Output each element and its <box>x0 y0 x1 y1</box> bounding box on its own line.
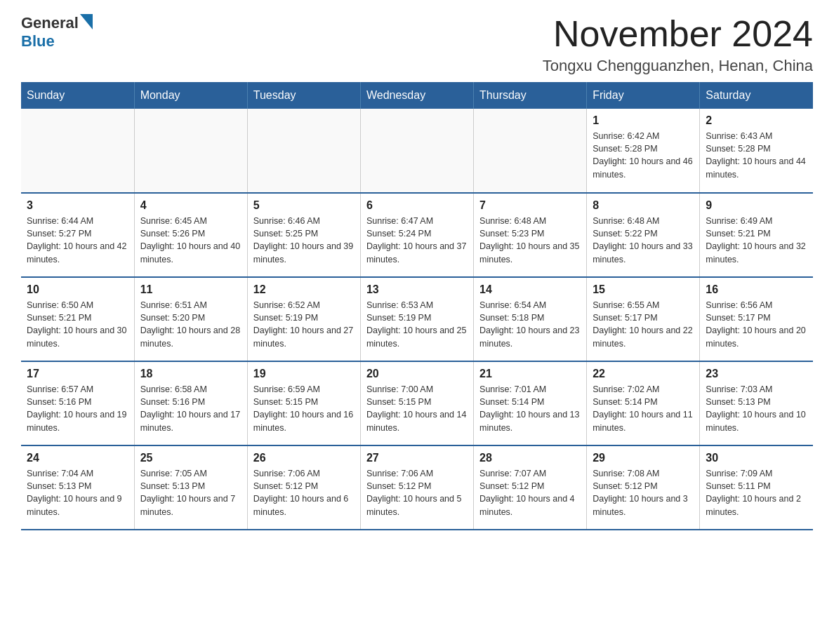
day-info: Sunrise: 6:42 AM Sunset: 5:28 PM Dayligh… <box>593 130 694 181</box>
week-row-1: 1Sunrise: 6:42 AM Sunset: 5:28 PM Daylig… <box>21 109 813 193</box>
calendar-cell: 24Sunrise: 7:04 AM Sunset: 5:13 PM Dayli… <box>21 445 134 530</box>
day-info: Sunrise: 6:46 AM Sunset: 5:25 PM Dayligh… <box>253 215 355 266</box>
day-number: 16 <box>706 283 807 296</box>
day-info: Sunrise: 6:45 AM Sunset: 5:26 PM Dayligh… <box>140 215 241 266</box>
weekday-header-row: SundayMondayTuesdayWednesdayThursdayFrid… <box>21 82 813 109</box>
day-number: 18 <box>140 368 241 380</box>
calendar-cell: 26Sunrise: 7:06 AM Sunset: 5:12 PM Dayli… <box>247 445 360 530</box>
day-number: 10 <box>27 283 128 296</box>
calendar-cell: 23Sunrise: 7:03 AM Sunset: 5:13 PM Dayli… <box>700 361 813 445</box>
day-number: 22 <box>593 368 694 380</box>
calendar-cell: 28Sunrise: 7:07 AM Sunset: 5:12 PM Dayli… <box>474 445 587 530</box>
day-info: Sunrise: 6:52 AM Sunset: 5:19 PM Dayligh… <box>253 299 355 350</box>
day-info: Sunrise: 6:48 AM Sunset: 5:23 PM Dayligh… <box>479 215 581 266</box>
title-block: November 2024 Tongxu Chengguanzhen, Hena… <box>543 14 813 75</box>
day-number: 4 <box>140 199 241 212</box>
calendar-cell: 21Sunrise: 7:01 AM Sunset: 5:14 PM Dayli… <box>474 361 587 445</box>
day-info: Sunrise: 7:04 AM Sunset: 5:13 PM Dayligh… <box>27 467 128 518</box>
day-number: 12 <box>253 283 355 296</box>
day-number: 5 <box>253 199 355 212</box>
day-number: 30 <box>706 452 807 464</box>
calendar-cell <box>134 109 247 193</box>
day-info: Sunrise: 6:50 AM Sunset: 5:21 PM Dayligh… <box>27 299 128 350</box>
page-header: General Blue November 2024 Tongxu Chengg… <box>21 14 813 75</box>
day-number: 15 <box>593 283 694 296</box>
calendar-cell: 30Sunrise: 7:09 AM Sunset: 5:11 PM Dayli… <box>700 445 813 530</box>
calendar-cell: 14Sunrise: 6:54 AM Sunset: 5:18 PM Dayli… <box>474 277 587 361</box>
calendar-cell: 22Sunrise: 7:02 AM Sunset: 5:14 PM Dayli… <box>587 361 700 445</box>
calendar-cell: 3Sunrise: 6:44 AM Sunset: 5:27 PM Daylig… <box>21 193 134 277</box>
calendar-cell: 15Sunrise: 6:55 AM Sunset: 5:17 PM Dayli… <box>587 277 700 361</box>
logo-general: General <box>21 14 79 32</box>
day-number: 7 <box>479 199 581 212</box>
calendar-cell: 17Sunrise: 6:57 AM Sunset: 5:16 PM Dayli… <box>21 361 134 445</box>
calendar-cell: 1Sunrise: 6:42 AM Sunset: 5:28 PM Daylig… <box>587 109 700 193</box>
calendar-cell: 19Sunrise: 6:59 AM Sunset: 5:15 PM Dayli… <box>247 361 360 445</box>
calendar-cell <box>247 109 360 193</box>
calendar-cell: 6Sunrise: 6:47 AM Sunset: 5:24 PM Daylig… <box>360 193 473 277</box>
week-row-5: 24Sunrise: 7:04 AM Sunset: 5:13 PM Dayli… <box>21 445 813 530</box>
day-info: Sunrise: 7:05 AM Sunset: 5:13 PM Dayligh… <box>140 467 241 518</box>
calendar-cell: 27Sunrise: 7:06 AM Sunset: 5:12 PM Dayli… <box>360 445 473 530</box>
calendar-cell: 2Sunrise: 6:43 AM Sunset: 5:28 PM Daylig… <box>700 109 813 193</box>
week-row-2: 3Sunrise: 6:44 AM Sunset: 5:27 PM Daylig… <box>21 193 813 277</box>
location-subtitle: Tongxu Chengguanzhen, Henan, China <box>543 57 813 75</box>
logo: General Blue <box>21 14 93 51</box>
day-number: 27 <box>366 452 468 464</box>
day-info: Sunrise: 6:54 AM Sunset: 5:18 PM Dayligh… <box>479 299 581 350</box>
day-info: Sunrise: 7:02 AM Sunset: 5:14 PM Dayligh… <box>593 383 694 434</box>
day-number: 21 <box>479 368 581 380</box>
day-number: 23 <box>706 368 807 380</box>
day-number: 11 <box>140 283 241 296</box>
calendar-cell: 12Sunrise: 6:52 AM Sunset: 5:19 PM Dayli… <box>247 277 360 361</box>
day-number: 2 <box>706 114 807 127</box>
day-info: Sunrise: 6:59 AM Sunset: 5:15 PM Dayligh… <box>253 383 355 434</box>
day-info: Sunrise: 7:03 AM Sunset: 5:13 PM Dayligh… <box>706 383 807 434</box>
calendar-cell: 11Sunrise: 6:51 AM Sunset: 5:20 PM Dayli… <box>134 277 247 361</box>
day-number: 26 <box>253 452 355 464</box>
calendar-cell: 13Sunrise: 6:53 AM Sunset: 5:19 PM Dayli… <box>360 277 473 361</box>
day-info: Sunrise: 6:57 AM Sunset: 5:16 PM Dayligh… <box>27 383 128 434</box>
day-info: Sunrise: 7:06 AM Sunset: 5:12 PM Dayligh… <box>366 467 468 518</box>
calendar-cell: 9Sunrise: 6:49 AM Sunset: 5:21 PM Daylig… <box>700 193 813 277</box>
logo-triangle-icon <box>80 14 93 29</box>
weekday-header-sunday: Sunday <box>21 82 134 109</box>
logo-blue: Blue <box>21 32 55 51</box>
day-number: 28 <box>479 452 581 464</box>
calendar-cell: 8Sunrise: 6:48 AM Sunset: 5:22 PM Daylig… <box>587 193 700 277</box>
week-row-4: 17Sunrise: 6:57 AM Sunset: 5:16 PM Dayli… <box>21 361 813 445</box>
weekday-header-monday: Monday <box>134 82 247 109</box>
day-info: Sunrise: 7:01 AM Sunset: 5:14 PM Dayligh… <box>479 383 581 434</box>
day-number: 9 <box>706 199 807 212</box>
calendar-cell: 20Sunrise: 7:00 AM Sunset: 5:15 PM Dayli… <box>360 361 473 445</box>
day-info: Sunrise: 6:56 AM Sunset: 5:17 PM Dayligh… <box>706 299 807 350</box>
calendar-cell: 16Sunrise: 6:56 AM Sunset: 5:17 PM Dayli… <box>700 277 813 361</box>
day-number: 20 <box>366 368 468 380</box>
day-info: Sunrise: 7:09 AM Sunset: 5:11 PM Dayligh… <box>706 467 807 518</box>
calendar-body: 1Sunrise: 6:42 AM Sunset: 5:28 PM Daylig… <box>21 109 813 530</box>
calendar-cell <box>21 109 134 193</box>
day-info: Sunrise: 7:06 AM Sunset: 5:12 PM Dayligh… <box>253 467 355 518</box>
calendar-cell: 25Sunrise: 7:05 AM Sunset: 5:13 PM Dayli… <box>134 445 247 530</box>
day-info: Sunrise: 6:48 AM Sunset: 5:22 PM Dayligh… <box>593 215 694 266</box>
day-info: Sunrise: 7:08 AM Sunset: 5:12 PM Dayligh… <box>593 467 694 518</box>
day-info: Sunrise: 6:49 AM Sunset: 5:21 PM Dayligh… <box>706 215 807 266</box>
day-number: 29 <box>593 452 694 464</box>
day-number: 24 <box>27 452 128 464</box>
day-number: 6 <box>366 199 468 212</box>
calendar-cell: 4Sunrise: 6:45 AM Sunset: 5:26 PM Daylig… <box>134 193 247 277</box>
day-number: 17 <box>27 368 128 380</box>
day-number: 1 <box>593 114 694 127</box>
weekday-header-thursday: Thursday <box>474 82 587 109</box>
calendar-cell <box>474 109 587 193</box>
day-info: Sunrise: 7:07 AM Sunset: 5:12 PM Dayligh… <box>479 467 581 518</box>
calendar-header: SundayMondayTuesdayWednesdayThursdayFrid… <box>21 82 813 109</box>
month-title: November 2024 <box>543 14 813 54</box>
day-number: 8 <box>593 199 694 212</box>
calendar-cell: 5Sunrise: 6:46 AM Sunset: 5:25 PM Daylig… <box>247 193 360 277</box>
day-info: Sunrise: 6:47 AM Sunset: 5:24 PM Dayligh… <box>366 215 468 266</box>
weekday-header-tuesday: Tuesday <box>247 82 360 109</box>
calendar-cell: 18Sunrise: 6:58 AM Sunset: 5:16 PM Dayli… <box>134 361 247 445</box>
day-number: 3 <box>27 199 128 212</box>
calendar-cell <box>360 109 473 193</box>
